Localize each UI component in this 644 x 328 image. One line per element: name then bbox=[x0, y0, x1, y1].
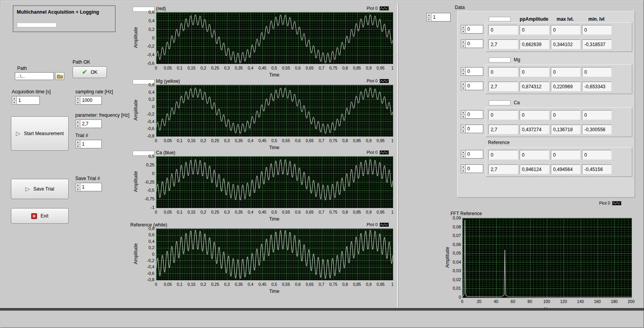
spinner-value[interactable]: 0 bbox=[466, 110, 483, 119]
save-trial-button[interactable]: ▷ Save Trial bbox=[11, 179, 69, 199]
increment-icon[interactable]: ▲ bbox=[461, 82, 465, 86]
decrement-icon[interactable]: ▼ bbox=[12, 101, 16, 105]
row-index-input[interactable]: ▲▼0 bbox=[461, 82, 483, 90]
sampling-rate-value[interactable]: 1000 bbox=[80, 96, 102, 105]
exit-button[interactable]: ✕ Exit bbox=[11, 208, 69, 224]
increment-icon[interactable]: ▲ bbox=[12, 96, 16, 101]
frequency-input[interactable]: ▲▼ 2,7 bbox=[75, 119, 102, 128]
title-string-box[interactable] bbox=[17, 23, 57, 27]
increment-decrement-arrows[interactable]: ▲▼ bbox=[75, 140, 80, 148]
decrement-icon[interactable]: ▼ bbox=[461, 86, 465, 90]
increment-icon[interactable]: ▲ bbox=[76, 183, 80, 187]
acquisition-time-value[interactable]: 1 bbox=[17, 96, 40, 105]
row-index-input[interactable]: ▲▼0 bbox=[461, 39, 483, 48]
plot-legend[interactable]: Plot 0 bbox=[367, 78, 389, 83]
increment-decrement-arrows[interactable]: ▲▼ bbox=[461, 25, 466, 34]
browse-button[interactable] bbox=[55, 72, 64, 80]
decrement-icon[interactable]: ▼ bbox=[76, 124, 80, 128]
frequency-value[interactable]: 2,7 bbox=[80, 119, 102, 128]
plot-line-icon bbox=[380, 6, 389, 11]
channel-index-value[interactable]: 1 bbox=[431, 13, 451, 21]
plot-legend[interactable]: Plot 0 bbox=[367, 150, 389, 155]
y-axis-ticks: 0,80,60,40,20-0,2-0,4-0,6-0,8 bbox=[137, 228, 154, 280]
increment-decrement-arrows[interactable]: ▲▼ bbox=[12, 96, 17, 105]
increment-icon[interactable]: ▲ bbox=[461, 25, 465, 30]
group-name-box[interactable] bbox=[489, 100, 511, 105]
increment-icon[interactable]: ▲ bbox=[76, 96, 80, 101]
row-index-input[interactable]: ▲▼0 bbox=[461, 125, 483, 133]
increment-decrement-arrows[interactable]: ▲▼ bbox=[461, 110, 466, 119]
spinner-value[interactable]: 0 bbox=[466, 82, 483, 90]
trial-input[interactable]: ▲▼ 1 bbox=[75, 140, 102, 148]
increment-decrement-arrows[interactable]: ▲▼ bbox=[461, 150, 466, 159]
increment-decrement-arrows[interactable]: ▲▼ bbox=[461, 67, 466, 76]
decrement-icon[interactable]: ▼ bbox=[76, 144, 80, 148]
increment-icon[interactable]: ▲ bbox=[427, 13, 431, 18]
plot-legend[interactable]: Plot 0 bbox=[367, 6, 389, 11]
increment-decrement-arrows[interactable]: ▲▼ bbox=[461, 39, 466, 48]
increment-decrement-arrows[interactable]: ▲▼ bbox=[461, 164, 466, 173]
increment-icon[interactable]: ▲ bbox=[76, 140, 80, 144]
decrement-icon[interactable]: ▼ bbox=[427, 18, 431, 21]
spinner-value[interactable]: 0 bbox=[466, 25, 483, 34]
save-trial-label-text: Save Trial bbox=[34, 186, 54, 192]
y-tick-label: -0,8 bbox=[147, 277, 154, 282]
x-tick-label: 0,45 bbox=[258, 66, 266, 70]
x-tick-label: 1 bbox=[391, 210, 394, 214]
x-tick-label: 0,9 bbox=[366, 282, 372, 287]
increment-decrement-arrows[interactable]: ▲▼ bbox=[461, 82, 466, 90]
row-index-input[interactable]: ▲▼0 bbox=[461, 67, 483, 76]
acquisition-time-input[interactable]: ▲▼ 1 bbox=[12, 96, 40, 105]
spinner-value[interactable]: 0 bbox=[466, 67, 483, 76]
group-name-box[interactable] bbox=[489, 57, 511, 62]
save-trial-number-input[interactable]: ▲▼ 1 bbox=[75, 183, 102, 191]
decrement-icon[interactable]: ▼ bbox=[461, 129, 465, 133]
spinner-value[interactable]: 0 bbox=[466, 164, 483, 173]
row-index-input[interactable]: ▲▼0 bbox=[461, 110, 483, 119]
row-index-input[interactable]: ▲▼0 bbox=[461, 150, 483, 159]
channel-index-input[interactable]: ▲▼ 1 bbox=[426, 13, 451, 21]
x-tick-label: 200 bbox=[628, 299, 635, 304]
increment-decrement-arrows[interactable]: ▲▼ bbox=[461, 125, 466, 133]
plot-legend[interactable]: Plot 0 bbox=[599, 201, 621, 205]
increment-decrement-arrows[interactable]: ▲▼ bbox=[75, 183, 80, 191]
sampling-rate-input[interactable]: ▲▼ 1000 bbox=[75, 96, 102, 105]
decrement-icon[interactable]: ▼ bbox=[461, 169, 465, 173]
increment-icon[interactable]: ▲ bbox=[461, 111, 465, 115]
increment-icon[interactable]: ▲ bbox=[461, 68, 465, 72]
decrement-icon[interactable]: ▼ bbox=[461, 155, 465, 159]
row-index-input[interactable]: ▲▼0 bbox=[461, 164, 483, 173]
spinner-value[interactable]: 0 bbox=[466, 39, 483, 48]
increment-decrement-arrows[interactable]: ▲▼ bbox=[75, 119, 80, 128]
trial-value[interactable]: 1 bbox=[80, 140, 102, 148]
decrement-icon[interactable]: ▼ bbox=[76, 101, 80, 105]
increment-icon[interactable]: ▲ bbox=[461, 150, 465, 155]
start-measurement-button[interactable]: ▷ Start Measurement bbox=[11, 116, 69, 151]
spinner-value[interactable]: 0 bbox=[466, 150, 483, 159]
y-tick-label: -0,4 bbox=[147, 52, 154, 57]
y-tick-label: 0,2 bbox=[149, 97, 154, 102]
plot-legend[interactable]: Plot 0 bbox=[367, 222, 389, 227]
row-index-input[interactable]: ▲▼0 bbox=[461, 25, 483, 34]
increment-icon[interactable]: ▲ bbox=[76, 120, 80, 124]
decrement-icon[interactable]: ▼ bbox=[461, 30, 465, 34]
x-tick-label: 0,85 bbox=[353, 282, 361, 287]
decrement-icon[interactable]: ▼ bbox=[76, 187, 80, 191]
app-title: Multichannel Acquisition + Logging bbox=[17, 9, 99, 15]
decrement-icon[interactable]: ▼ bbox=[461, 44, 465, 48]
decrement-icon[interactable]: ▼ bbox=[461, 72, 465, 76]
decrement-icon[interactable]: ▼ bbox=[461, 115, 465, 119]
save-trial-number-value[interactable]: 1 bbox=[80, 183, 102, 191]
path-ok-button[interactable]: ✔ OK bbox=[73, 66, 107, 78]
increment-icon[interactable]: ▲ bbox=[461, 40, 465, 44]
x-tick-label: 0,95 bbox=[376, 210, 384, 214]
increment-decrement-arrows[interactable]: ▲▼ bbox=[75, 96, 80, 105]
increment-icon[interactable]: ▲ bbox=[461, 165, 465, 169]
path-input[interactable]: ...\... bbox=[15, 72, 54, 80]
graph-title: Mg (yellow) bbox=[156, 78, 180, 84]
x-tick-label: 0,1 bbox=[177, 66, 183, 70]
spinner-value[interactable]: 0 bbox=[466, 125, 483, 133]
increment-decrement-arrows[interactable]: ▲▼ bbox=[426, 13, 431, 21]
increment-icon[interactable]: ▲ bbox=[461, 125, 465, 129]
plot-area bbox=[462, 218, 632, 298]
